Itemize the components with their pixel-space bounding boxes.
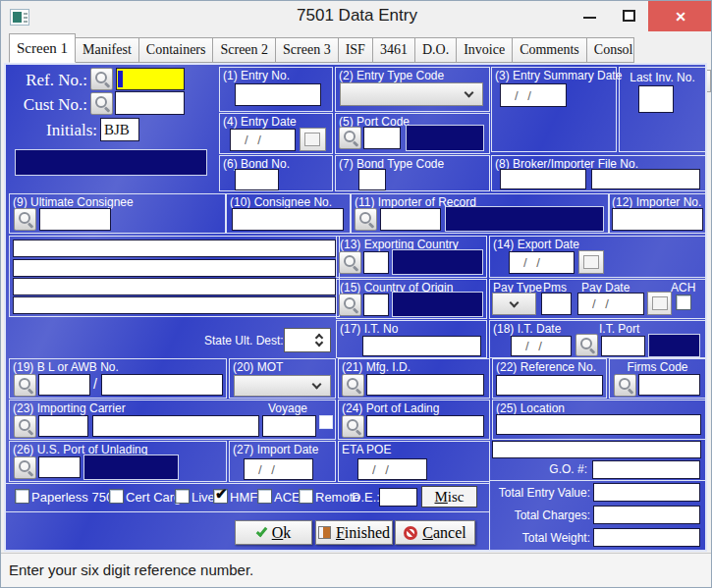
- firms-code-label: Firms Code: [609, 360, 706, 374]
- it-date-input[interactable]: [511, 336, 572, 356]
- ace-label: ACE: [274, 490, 301, 505]
- reference-no-input[interactable]: [496, 375, 603, 396]
- ref-no-search-button[interactable]: [90, 68, 113, 90]
- finished-button[interactable]: Finished: [315, 520, 393, 545]
- location-input-2[interactable]: [492, 441, 701, 458]
- state-ult-dest-spinner[interactable]: [284, 328, 331, 352]
- pms-input[interactable]: [541, 293, 572, 315]
- entry-type-code-select[interactable]: [340, 82, 483, 106]
- cust-no-search-button[interactable]: [90, 92, 113, 115]
- tab-do[interactable]: D.O.: [414, 37, 457, 63]
- voyage-expand-button[interactable]: [319, 415, 333, 429]
- broker-file-no-input-2[interactable]: [591, 169, 700, 189]
- tab-comments[interactable]: Comments: [512, 37, 587, 63]
- bl-awb-input-1[interactable]: [38, 374, 90, 396]
- us-port-unlading-display: [83, 454, 179, 480]
- hmf-checkbox[interactable]: ✔: [213, 489, 228, 504]
- port-code-input[interactable]: [363, 127, 401, 149]
- tab-3461[interactable]: 3461: [372, 37, 415, 63]
- firms-code-search-button[interactable]: [614, 374, 636, 397]
- tab-screen-3[interactable]: Screen 3: [275, 37, 339, 63]
- cust-no-input[interactable]: [115, 91, 185, 115]
- tab-manifest[interactable]: Manifest: [75, 37, 139, 63]
- us-port-unlading-search-button[interactable]: [14, 456, 36, 479]
- total-weight-input[interactable]: [593, 528, 700, 547]
- consignee-address-line-2[interactable]: [13, 259, 336, 277]
- total-charges-input[interactable]: [593, 506, 700, 524]
- maximize-button[interactable]: [610, 1, 647, 31]
- paperless-checkbox[interactable]: [15, 489, 29, 504]
- initials-input[interactable]: [100, 118, 139, 141]
- location-input-1[interactable]: [496, 414, 701, 435]
- bl-awb-input-2[interactable]: [101, 374, 223, 396]
- consignee-address-line-3[interactable]: [13, 278, 336, 295]
- ace-checkbox[interactable]: [257, 489, 272, 504]
- voyage-input[interactable]: [262, 415, 316, 437]
- total-entry-value-input[interactable]: [593, 483, 700, 502]
- port-of-lading-input[interactable]: [366, 415, 484, 437]
- firms-code-input[interactable]: [638, 374, 700, 396]
- bond-type-code-input[interactable]: [358, 169, 386, 190]
- live-checkbox[interactable]: [175, 489, 190, 504]
- importing-carrier-search-button[interactable]: [14, 415, 36, 438]
- eta-poe-input[interactable]: [357, 458, 427, 480]
- it-date-label: (18) I.T. Date: [493, 322, 561, 336]
- tab-containers[interactable]: Containers: [138, 37, 214, 63]
- remote-checkbox[interactable]: [299, 489, 313, 504]
- mot-select[interactable]: [234, 375, 331, 397]
- it-port-input[interactable]: [601, 336, 645, 356]
- bond-no-input[interactable]: [235, 169, 279, 190]
- cert-cargo-checkbox[interactable]: [109, 489, 124, 504]
- ref-no-input[interactable]: [116, 68, 185, 90]
- entry-date-calendar-button[interactable]: [300, 128, 326, 151]
- export-date-input[interactable]: [509, 251, 575, 274]
- pay-date-calendar-button[interactable]: [647, 292, 672, 315]
- consignee-address-line-1[interactable]: [13, 240, 336, 257]
- ultimate-consignee-search-button[interactable]: [14, 208, 36, 231]
- importing-carrier-code-input[interactable]: [38, 415, 88, 437]
- cancel-button[interactable]: Cancel: [395, 520, 475, 545]
- port-of-lading-search-button[interactable]: [342, 415, 364, 438]
- minimize-button[interactable]: [571, 1, 608, 31]
- country-of-origin-search-button[interactable]: [339, 294, 361, 316]
- search-icon: [343, 130, 358, 145]
- tab-isf[interactable]: ISF: [338, 37, 373, 63]
- it-port-search-button[interactable]: [575, 334, 598, 356]
- ok-button[interactable]: Ok: [235, 520, 312, 545]
- importing-carrier-name-input[interactable]: [92, 415, 259, 437]
- broker-file-no-input-1[interactable]: [500, 169, 586, 189]
- export-date-calendar-button[interactable]: [578, 250, 604, 274]
- port-code-search-button[interactable]: [339, 127, 361, 149]
- import-date-input[interactable]: [244, 458, 313, 480]
- mfg-id-search-button[interactable]: [342, 374, 364, 397]
- misc-button[interactable]: Misc: [421, 486, 477, 508]
- close-button[interactable]: ✕: [648, 1, 712, 31]
- entry-summary-date-input[interactable]: [500, 83, 567, 107]
- tab-screen-1[interactable]: Screen 1: [9, 33, 76, 63]
- ultimate-consignee-input[interactable]: [39, 208, 111, 231]
- mfg-id-input[interactable]: [366, 374, 484, 396]
- entry-date-input[interactable]: [230, 129, 296, 151]
- importer-no-input[interactable]: [612, 208, 703, 231]
- minimize-icon: [583, 17, 596, 19]
- entry-no-input[interactable]: [235, 83, 321, 106]
- importer-of-record-input[interactable]: [380, 208, 441, 231]
- importer-of-record-search-button[interactable]: [355, 208, 377, 231]
- go-number-input[interactable]: [592, 460, 700, 479]
- exporting-country-search-button[interactable]: [339, 251, 361, 274]
- tab-invoice[interactable]: Invoice: [456, 37, 513, 63]
- consignee-no-input[interactable]: [232, 208, 344, 231]
- last-inv-no-input[interactable]: [638, 85, 674, 113]
- consignee-address-line-4[interactable]: [13, 296, 336, 314]
- de-input[interactable]: [379, 488, 417, 507]
- tab-screen-2[interactable]: Screen 2: [212, 37, 276, 63]
- us-port-unlading-input[interactable]: [38, 456, 81, 478]
- country-of-origin-input[interactable]: [363, 294, 389, 316]
- pay-date-input[interactable]: [577, 293, 644, 315]
- ach-checkbox[interactable]: [676, 294, 691, 310]
- tab-consol[interactable]: Consol: [586, 37, 634, 63]
- pay-type-select[interactable]: [492, 293, 536, 315]
- it-no-input[interactable]: [362, 336, 481, 356]
- bl-awb-search-button[interactable]: [14, 374, 36, 397]
- exporting-country-input[interactable]: [363, 251, 389, 274]
